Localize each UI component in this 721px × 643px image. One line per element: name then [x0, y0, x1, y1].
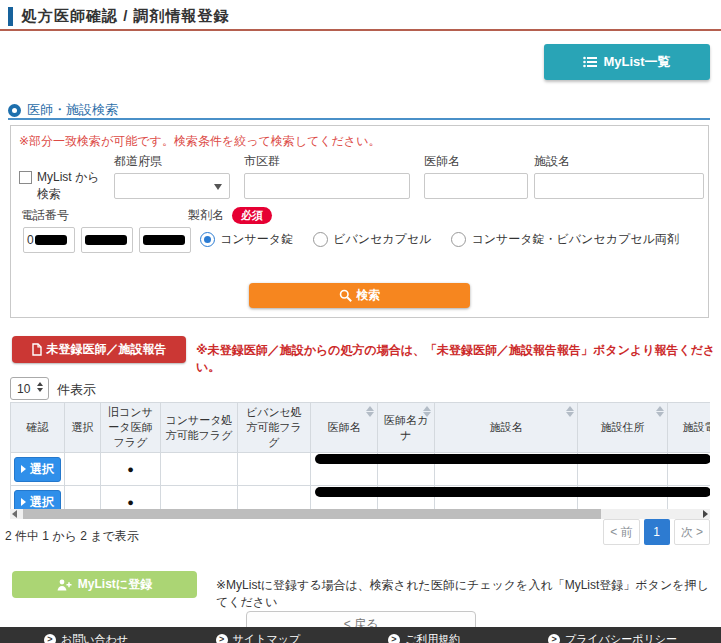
chevron-down-icon — [214, 184, 222, 190]
page-size-select[interactable]: 10 — [10, 377, 49, 400]
unregistered-report-note: ※未登録医師／施設からの処方の場合は、「未登録医師／施設報告報告」ボタンより報告… — [196, 342, 721, 376]
radio-vyvanse-label: ビバンセカプセル — [333, 231, 431, 248]
prefecture-group: 都道府県 — [114, 153, 230, 199]
search-icon — [339, 289, 352, 302]
redacted-phone-bar — [35, 235, 67, 245]
col-doctor-name[interactable]: 医師名 — [311, 403, 378, 453]
prefecture-label: 都道府県 — [114, 153, 230, 170]
unregistered-report-button[interactable]: 未登録医師／施設報告 — [12, 336, 186, 363]
mylist-list-button-label: MyList一覧 — [603, 53, 670, 71]
footer-link-terms[interactable]: > ご利用規約 — [388, 632, 460, 643]
footer-link-sitemap[interactable]: > サイトマップ — [216, 632, 301, 643]
chevron-circle-icon: > — [388, 634, 400, 643]
prefecture-select[interactable] — [114, 173, 230, 199]
page-header: 処方医師確認 / 調剤情報登録 — [8, 7, 230, 26]
row-select-cell[interactable] — [65, 453, 101, 486]
mylist-search-checkbox[interactable] — [19, 171, 32, 184]
list-icon — [583, 56, 597, 68]
city-input[interactable] — [244, 173, 410, 199]
page-size-label: 件表示 — [57, 381, 96, 399]
scrollbar-thumb[interactable] — [23, 509, 601, 519]
phone-group: 電話番号 0 — [13, 207, 191, 253]
phone-input-1-value: 0 — [27, 233, 34, 247]
product-label: 製剤名 — [188, 207, 224, 224]
facility-name-input[interactable] — [534, 173, 704, 199]
facility-name-group: 施設名 — [534, 153, 704, 199]
phone-input-2[interactable] — [81, 227, 133, 253]
title-underline — [0, 29, 721, 31]
page-size-value: 10 — [17, 382, 30, 396]
city-label: 市区群 — [244, 153, 410, 170]
col-facility-phone[interactable]: 施設電話番号 — [668, 403, 711, 453]
pagination: < 前 1 次 > — [603, 519, 710, 545]
document-icon — [32, 343, 42, 356]
mylist-register-button[interactable]: MyListに登録 — [12, 571, 197, 598]
next-page-button[interactable]: 次 > — [674, 519, 710, 545]
sort-icon — [656, 406, 664, 417]
radio-both-label: コンサータ錠・ビバンセカプセル両剤 — [471, 231, 678, 248]
prev-page-button[interactable]: < 前 — [603, 519, 639, 545]
search-section-title: 医師・施設検索 — [27, 101, 118, 119]
unregistered-report-button-label: 未登録医師／施設報告 — [47, 341, 167, 358]
col-concerta-flag: コンサータ処方可能フラグ — [161, 403, 238, 453]
doctor-name-input[interactable] — [424, 173, 528, 199]
play-icon — [21, 465, 26, 473]
redacted-phone-bar — [85, 235, 127, 245]
doctor-name-label: 医師名 — [424, 153, 528, 170]
product-radio-row: コンサータ錠 ビバンセカプセル コンサータ錠・ビバンセカプセル両剤 — [200, 231, 679, 248]
col-facility-address[interactable]: 施設住所 — [578, 403, 668, 453]
search-section-header: 医師・施設検索 — [8, 101, 118, 119]
radio-concerta[interactable]: コンサータ錠 — [200, 231, 293, 248]
mylist-list-button[interactable]: MyList一覧 — [544, 44, 710, 80]
col-doctor-kana[interactable]: 医師名カナ — [378, 403, 435, 453]
redacted-data-bar — [315, 487, 710, 497]
redacted-data-bar — [315, 454, 710, 464]
search-button-label: 検索 — [357, 287, 381, 304]
mylist-register-button-label: MyListに登録 — [78, 576, 152, 593]
city-group: 市区群 — [244, 153, 410, 199]
col-vyvanse-flag: ビバンセ処方可能フラグ — [238, 403, 311, 453]
facility-name-label: 施設名 — [534, 153, 704, 170]
radio-unselected-icon — [313, 232, 328, 247]
row-select-button[interactable]: 選択 — [14, 457, 61, 482]
phone-inputs: 0 — [23, 227, 191, 253]
footer: > お問い合わせ > サイトマップ > ご利用規約 > プライバシーポリシー — [0, 627, 721, 643]
current-page-button[interactable]: 1 — [644, 519, 670, 545]
mylist-search-checkbox-group: MyList から検索 — [19, 169, 105, 203]
sort-icon — [366, 406, 374, 417]
chevron-circle-icon: > — [44, 634, 56, 643]
footer-link-privacy[interactable]: > プライバシーポリシー — [548, 632, 677, 643]
title-accent-bar — [8, 7, 13, 26]
page: 処方医師確認 / 調剤情報登録 MyList一覧 医師・施設検索 ※部分一致検索… — [0, 0, 721, 643]
required-badge: 必須 — [232, 207, 272, 223]
scroll-right-icon[interactable] — [703, 510, 708, 518]
radio-vyvanse[interactable]: ビバンセカプセル — [313, 231, 431, 248]
chevron-circle-icon: > — [216, 634, 228, 643]
results-table-container: 確認 選択 旧コンサータ医師フラグ コンサータ処方可能フラグ ビバンセ処方可能フ… — [10, 402, 710, 519]
radio-unselected-icon — [451, 232, 466, 247]
phone-input-3[interactable] — [139, 227, 191, 253]
col-facility-name[interactable]: 施設名 — [435, 403, 578, 453]
footer-link-contact[interactable]: > お問い合わせ — [44, 632, 128, 643]
mylist-register-note: ※MyListに登録する場合は、検索された医師にチェックを入れ「MyList登録… — [216, 577, 721, 611]
scroll-left-icon[interactable] — [12, 510, 17, 518]
search-button[interactable]: 検索 — [249, 283, 470, 308]
doctor-name-group: 医師名 — [424, 153, 528, 199]
radio-concerta-label: コンサータ錠 — [220, 231, 293, 248]
radio-both[interactable]: コンサータ錠・ビバンセカプセル両剤 — [451, 231, 678, 248]
mylist-search-checkbox-label: MyList から検索 — [37, 169, 105, 203]
row-old-flag-cell: ● — [101, 453, 161, 486]
search-form-panel: ※部分一致検索が可能です。検索条件を絞って検索してください。 MyList から… — [10, 125, 709, 318]
product-group: 製剤名 必須 コンサータ錠 ビバンセカプセル コンサータ錠・ビバンセカプセル両剤 — [188, 207, 679, 248]
horizontal-scrollbar[interactable] — [10, 509, 710, 519]
sort-icon — [566, 406, 574, 417]
page-title: 処方医師確認 / 調剤情報登録 — [22, 7, 230, 26]
col-confirm: 確認 — [11, 403, 65, 453]
phone-input-1[interactable]: 0 — [23, 227, 75, 253]
section-underline — [8, 118, 710, 120]
sort-icon — [423, 406, 431, 417]
play-icon — [21, 498, 26, 506]
redacted-phone-bar — [143, 235, 185, 245]
table-summary: 2 件中 1 から 2 まで表示 — [5, 528, 139, 545]
col-select: 選択 — [65, 403, 101, 453]
